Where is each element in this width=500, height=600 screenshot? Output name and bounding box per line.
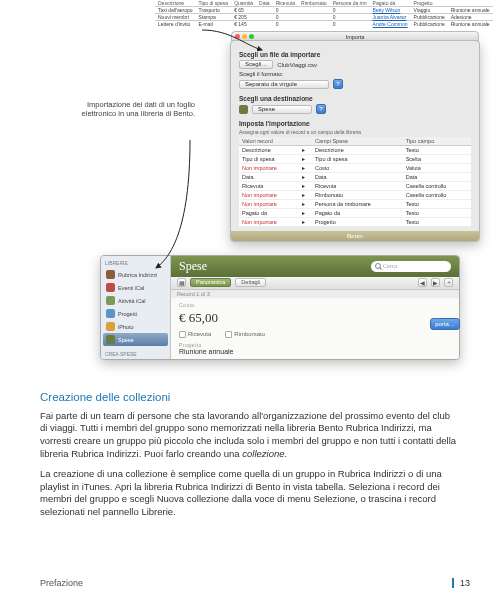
table-row: Lettere d'invitoE-mail€ 14500Andre Commo…: [155, 21, 493, 28]
section-choose-file: Scegli un file da importare: [239, 51, 471, 58]
record-form: Costo € 65,00 Ricevuta Rimborsato Proget…: [171, 298, 459, 359]
dialog-titlebar: Importa: [231, 31, 479, 41]
footer-section: Prefazione: [40, 578, 83, 588]
page-number: 13: [452, 578, 470, 588]
close-icon[interactable]: [235, 34, 240, 39]
section-choose-dest: Scegli una destinazione: [239, 95, 471, 102]
page-footer: Prefazione 13: [40, 578, 470, 588]
section-heading: Creazione delle collezioni: [40, 390, 460, 406]
mapping-row[interactable]: Descrizione▸DescrizioneTesto: [239, 146, 471, 155]
source-spreadsheet: DescrizioneTipo di spesa QuantitàData Ri…: [155, 0, 493, 27]
view-toolbar: ▦ Panoramica Dettagli ◀ ▶ ＋: [171, 277, 459, 290]
tab-overview[interactable]: Panoramica: [190, 278, 231, 287]
window-titlebar: [101, 255, 459, 256]
table-row: Nuovi membriStampa€ 20500Juanita Alvarez…: [155, 14, 493, 21]
sidebar-item-projects[interactable]: Progetti: [103, 307, 168, 320]
projects-icon: [106, 309, 115, 318]
mapping-row[interactable]: Pagato da▸Pagato daTesto: [239, 209, 471, 218]
sidebar-item-iphoto[interactable]: iPhoto: [103, 320, 168, 333]
receipt-checkbox[interactable]: Ricevuta: [179, 331, 211, 338]
checkbox-icon: [179, 331, 186, 338]
calendar-icon: [106, 283, 115, 292]
mapping-row[interactable]: Non importare▸RimborsatoCasella controll…: [239, 191, 471, 200]
dialog-title: Importa: [346, 34, 365, 40]
library-title-band: Spese Cerca: [171, 256, 459, 277]
mapping-row[interactable]: Tipo di spesa▸Tipo di spesaScelta: [239, 155, 471, 164]
libraries-sidebar: LIBRERIE Rubrica Indirizzi Eventi iCal A…: [101, 256, 171, 359]
figure-callout: Importazione dei dati di un foglio elett…: [80, 100, 195, 119]
prev-record-button[interactable]: ◀: [418, 278, 427, 287]
search-input[interactable]: Cerca: [371, 261, 451, 272]
import-dialog: Importa Scegli un file da importare Sceg…: [230, 40, 480, 242]
cost-value: € 65,00: [179, 310, 451, 326]
bento-library-window: LIBRERIE Rubrica Indirizzi Eventi iCal A…: [100, 255, 460, 360]
zoom-icon[interactable]: [249, 34, 254, 39]
sidebar-item-ical-events[interactable]: Eventi iCal: [103, 281, 168, 294]
body-paragraph: La creazione di una collezione è semplic…: [40, 468, 460, 519]
library-title: Spese: [179, 259, 207, 274]
tab-details[interactable]: Dettagli: [235, 278, 266, 287]
table-row: Taxi dall'aeropoTrasporto€ 6500Betty Wil…: [155, 7, 493, 14]
body-paragraph: Fai parte di un team di persone che sta …: [40, 410, 460, 461]
destination-help-button[interactable]: ?: [316, 104, 326, 114]
expenses-icon: [106, 335, 115, 344]
record-counter: Record 1 di 3: [171, 290, 459, 298]
chosen-file-name: ClubViaggi.csv: [277, 62, 317, 68]
mapping-row[interactable]: Non importare▸Persona da rimborsareTesto: [239, 200, 471, 209]
minimize-icon[interactable]: [242, 34, 247, 39]
sidebar-header: LIBRERIE: [103, 258, 168, 268]
next-record-button[interactable]: ▶: [431, 278, 440, 287]
tasks-icon: [106, 296, 115, 305]
add-record-button[interactable]: ＋: [444, 278, 453, 287]
mapping-row[interactable]: Non importare▸CostoValuta: [239, 164, 471, 173]
cost-label: Costo: [179, 302, 451, 308]
field-mapping-table: Valori recordCampi SpeseTipo campo Descr…: [239, 137, 471, 227]
sidebar-item-addressbook[interactable]: Rubrica Indirizzi: [103, 268, 168, 281]
sidebar-item-spese[interactable]: Spese: [103, 333, 168, 346]
mapping-row[interactable]: Non importare▸ProgettoTesto: [239, 218, 471, 227]
sidebar-item-ical-tasks[interactable]: Attività iCal: [103, 294, 168, 307]
iphoto-icon: [106, 322, 115, 331]
addressbook-icon: [106, 270, 115, 279]
reimbursed-checkbox[interactable]: Rimborsato: [225, 331, 265, 338]
format-label: Scegli il formato:: [239, 71, 283, 77]
mapping-row[interactable]: Data▸DataData: [239, 173, 471, 182]
destination-select[interactable]: Spese: [252, 105, 312, 114]
collections-header: Crea Spese: [103, 349, 168, 359]
dialog-footer-brand: Bento: [231, 231, 479, 241]
search-icon: [375, 263, 381, 269]
library-icon: [239, 105, 248, 114]
configure-hint: Assegna ogni valore di record a un campo…: [239, 129, 471, 135]
project-value: Riunione annuale: [179, 348, 451, 355]
checkbox-icon: [225, 331, 232, 338]
export-button[interactable]: porta…: [430, 318, 460, 330]
section-configure: Imposta l'importazione: [239, 120, 471, 127]
mapping-row[interactable]: Ricevuta▸RicevutaCasella controllo: [239, 182, 471, 191]
format-select[interactable]: Separato da virgole: [239, 80, 329, 89]
format-row: Scegli il formato:: [239, 71, 471, 77]
format-help-button[interactable]: ?: [333, 79, 343, 89]
choose-file-button[interactable]: Scegli…: [239, 60, 273, 69]
grid-view-button[interactable]: ▦: [177, 278, 186, 287]
